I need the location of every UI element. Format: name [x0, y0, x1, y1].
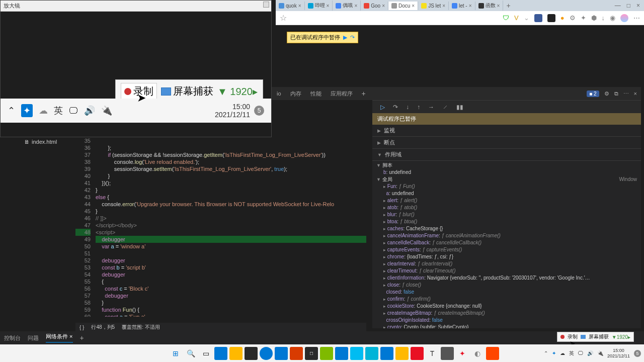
capture-button[interactable]: 屏幕捕获 [589, 333, 609, 340]
extension-icon[interactable]: ● [560, 14, 565, 22]
add-tab-icon[interactable]: + [362, 89, 366, 98]
task-view-button[interactable]: ▭ [199, 347, 212, 360]
browser-tab[interactable]: Goo× [361, 2, 388, 10]
dock-icon[interactable]: ⧉ [614, 90, 618, 97]
taskbar-app[interactable] [395, 347, 409, 360]
deactivate-breakpoints-button[interactable]: ⟋ [442, 104, 448, 111]
pause-exceptions-button[interactable]: ▮▮ [456, 104, 463, 111]
taskbar-app[interactable] [335, 347, 348, 360]
tray-icon[interactable]: ✦ [21, 104, 33, 117]
taskbar-app[interactable] [350, 347, 363, 360]
step-out-button[interactable]: ↑ [417, 104, 420, 111]
step-over-button[interactable]: ↷ [393, 104, 398, 111]
v-icon[interactable]: V [514, 14, 519, 22]
screen-capture-button[interactable]: 屏幕捕获 [161, 84, 213, 98]
shield-icon[interactable]: 🛡 [503, 14, 509, 22]
extension-icon[interactable] [547, 14, 555, 22]
down-icon[interactable]: ⌄ [524, 14, 529, 22]
taskbar-app[interactable] [229, 347, 243, 360]
extension-icon[interactable] [534, 14, 542, 22]
taskbar-app[interactable] [245, 347, 258, 360]
devtools-tab[interactable]: 应用程序 [331, 90, 353, 98]
network-conditions-tab[interactable]: 网络条件 × [46, 333, 73, 343]
bracket-indicator[interactable]: { } [79, 325, 84, 330]
notification-badge[interactable]: 5 [634, 350, 641, 357]
devtools-tab[interactable]: 内存 [290, 90, 301, 98]
star-icon[interactable]: ✦ [581, 14, 586, 22]
network-icon[interactable]: 🖵 [578, 350, 583, 356]
close-icon[interactable]: × [382, 3, 385, 9]
devtools-tab[interactable]: 性能 [310, 90, 321, 98]
code-editor[interactable]: 3536373839404142434445464748495051525354… [75, 137, 366, 317]
issues-badge[interactable]: ■ 2 [587, 90, 599, 97]
download-icon[interactable]: ↓ [602, 14, 605, 22]
browser-tab[interactable]: let -× [449, 2, 475, 10]
chevron-up-icon[interactable]: ⌃ [8, 105, 15, 116]
taskbar-app[interactable] [290, 347, 303, 360]
volume-icon[interactable]: 🔊 [84, 105, 95, 116]
ime-indicator[interactable]: 英 [54, 105, 63, 117]
taskbar-app[interactable] [260, 347, 273, 360]
chevron-up-icon[interactable]: ⌃ [544, 350, 548, 356]
volume-icon[interactable]: 🔊 [587, 350, 593, 356]
battery-icon[interactable]: 🔌 [101, 105, 112, 116]
clock[interactable]: 15:00 2021/12/11 [607, 348, 630, 359]
taskbar-app[interactable] [486, 347, 499, 360]
taskbar-app[interactable]: □ [305, 347, 318, 360]
close-icon[interactable]: × [354, 3, 357, 9]
taskbar-app[interactable] [411, 347, 424, 360]
resume-icon[interactable]: ▶ [343, 34, 347, 41]
close-icon[interactable]: × [412, 3, 415, 9]
close-icon[interactable]: × [497, 3, 500, 9]
browser-tab[interactable]: 哔哩× [305, 1, 333, 11]
close-icon[interactable]: × [636, 2, 640, 9]
browser-tab[interactable]: JS let× [418, 2, 449, 10]
browser-tab[interactable]: 偶哦× [333, 1, 361, 11]
taskbar-app[interactable] [275, 347, 288, 360]
browser-tab[interactable]: 函数× [475, 1, 504, 11]
close-icon[interactable] [263, 2, 269, 8]
add-tab-icon[interactable]: + [80, 334, 84, 342]
close-icon[interactable]: × [442, 3, 445, 9]
gear-icon[interactable]: ⚙ [604, 90, 609, 97]
issues-tab[interactable]: 问题 [28, 334, 39, 342]
menu-icon[interactable]: ⋯ [623, 90, 629, 97]
browser-tab[interactable]: quok× [276, 2, 305, 10]
tray-icon[interactable]: ✦ [552, 350, 556, 356]
resolution-label[interactable]: ▼1920▸ [612, 334, 630, 340]
taskbar-app[interactable] [320, 347, 333, 360]
file-tree-item[interactable]: 🗎 index.html [24, 139, 57, 145]
taskbar-app[interactable] [365, 347, 378, 360]
taskbar-app[interactable]: ◐ [471, 347, 484, 360]
resume-button[interactable]: ▷ [380, 104, 385, 111]
extension-icon[interactable]: ◉ [610, 14, 615, 22]
minimize-icon[interactable]: — [615, 2, 621, 9]
browser-tab-active[interactable]: Docu× [388, 2, 418, 10]
notification-badge[interactable]: 5 [254, 106, 264, 116]
devtools-tab[interactable]: io [277, 90, 281, 97]
window-title-bar[interactable]: 放大镜 [1, 1, 271, 12]
search-button[interactable]: 🔍 [184, 347, 197, 360]
star-icon[interactable]: ☆ [280, 13, 287, 23]
battery-icon[interactable]: 🔌 [597, 350, 603, 356]
step-into-button[interactable]: ↓ [406, 104, 409, 111]
menu-icon[interactable]: ⋯ [633, 14, 640, 22]
watch-section[interactable]: ▶监视 [372, 125, 641, 137]
extension-icon[interactable]: ⬢ [591, 14, 597, 22]
resolution-label[interactable]: ▼ 1920▸ [217, 85, 258, 98]
cloud-icon[interactable]: ☁ [39, 105, 48, 116]
taskbar-app[interactable] [441, 347, 454, 360]
scope-section[interactable]: ▼作用域 [372, 149, 641, 161]
cloud-icon[interactable]: ☁ [560, 350, 565, 356]
taskbar-app[interactable] [214, 347, 227, 360]
close-icon[interactable]: × [298, 3, 301, 9]
close-icon[interactable]: × [469, 3, 472, 9]
breakpoints-section[interactable]: ▶断点 [372, 137, 641, 149]
console-tab[interactable]: 控制台 [4, 334, 21, 342]
avatar[interactable] [620, 14, 628, 22]
close-icon[interactable]: × [634, 90, 637, 97]
taskbar-app[interactable] [380, 347, 393, 360]
gear-icon[interactable]: ⚙ [570, 14, 576, 22]
taskbar-app[interactable]: T [426, 347, 439, 360]
monitor-icon[interactable]: 🖵 [69, 106, 78, 116]
